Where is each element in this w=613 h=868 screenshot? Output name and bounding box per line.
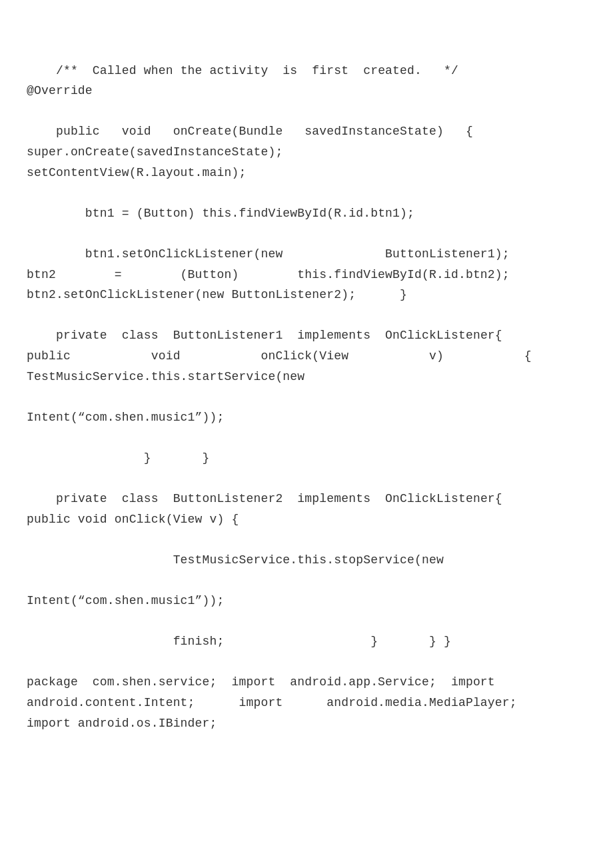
code-line: btn2 = (Button) this.findViewById(R.id.b…: [27, 265, 586, 285]
code-line: finish; } } }: [27, 631, 586, 652]
blank-line: [27, 387, 586, 407]
code-line: android.content.Intent; import android.m…: [27, 693, 586, 713]
blank-line: [27, 101, 586, 122]
code-line: TestMusicService.this.stopService(new: [27, 550, 586, 571]
code-line: /** Called when the activity is first cr…: [27, 61, 586, 81]
blank-line: [27, 427, 586, 448]
blank-line: [27, 529, 586, 550]
code-line: private class ButtonListener2 implements…: [27, 489, 586, 509]
code-line: public void onClick(View v) {: [27, 509, 586, 530]
blank-line: [27, 468, 586, 489]
code-line: public void onClick(View v) {: [27, 346, 586, 367]
blank-line: [27, 652, 586, 673]
code-line: Intent(“com.shen.music1”));: [27, 407, 586, 428]
blank-line: [27, 570, 586, 591]
code-line: } }: [27, 448, 586, 469]
blank-line: [27, 223, 586, 244]
code-line: TestMusicService.this.startService(new: [27, 367, 586, 387]
code-line: public void onCreate(Bundle savedInstanc…: [27, 121, 586, 142]
blank-line: [27, 183, 586, 203]
blank-line: [27, 611, 586, 632]
blank-line: [27, 305, 586, 326]
code-line: Intent(“com.shen.music1”));: [27, 591, 586, 611]
code-content: /** Called when the activity is first cr…: [27, 40, 586, 733]
code-line: btn1.setOnClickListener(new ButtonListen…: [27, 244, 586, 265]
code-line: setContentView(R.layout.main);: [27, 163, 586, 183]
code-line: import android.os.IBinder;: [27, 713, 586, 734]
code-line: super.onCreate(savedInstanceState);: [27, 142, 586, 163]
code-line: btn1 = (Button) this.findViewById(R.id.b…: [27, 203, 586, 224]
code-line: private class ButtonListener1 implements…: [27, 325, 586, 346]
code-line: btn2.setOnClickListener(new ButtonListen…: [27, 285, 586, 305]
code-line: @Override: [27, 81, 586, 101]
code-line: package com.shen.service; import android…: [27, 672, 586, 693]
